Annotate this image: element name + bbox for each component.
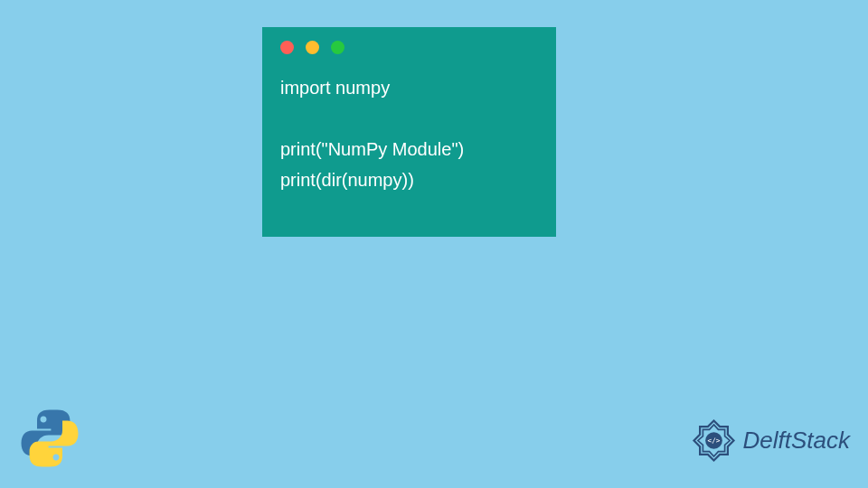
python-logo-icon bbox=[18, 407, 81, 470]
code-blank-line bbox=[280, 103, 538, 134]
delftstack-logo-icon: </> bbox=[689, 416, 739, 465]
minimize-dot bbox=[306, 41, 319, 54]
code-content: import numpy print("NumPy Module") print… bbox=[262, 61, 556, 206]
window-controls bbox=[262, 27, 556, 61]
delftstack-branding: </> DelftStack bbox=[689, 416, 851, 465]
code-window: import numpy print("NumPy Module") print… bbox=[262, 27, 556, 237]
code-line-1: import numpy bbox=[280, 72, 538, 103]
delftstack-text: DelftStack bbox=[743, 427, 851, 455]
code-line-2: print("NumPy Module") bbox=[280, 134, 538, 164]
close-dot bbox=[280, 41, 294, 54]
svg-text:</>: </> bbox=[707, 436, 720, 445]
code-line-3: print(dir(numpy)) bbox=[280, 164, 538, 195]
maximize-dot bbox=[331, 41, 344, 54]
